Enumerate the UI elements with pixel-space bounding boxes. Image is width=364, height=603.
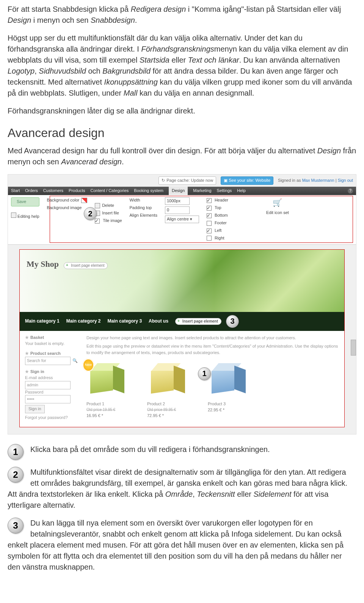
product-name: Product 2 xyxy=(147,401,196,407)
heading-advanced-design: Avancerad design xyxy=(8,124,356,142)
signin-heading: ★Sign in xyxy=(25,369,82,375)
bg-image-option[interactable]: Background image xyxy=(47,205,88,211)
new-badge-icon: New xyxy=(83,359,94,371)
scrollbar-handle[interactable] xyxy=(351,340,356,356)
callout-badge-2: 2 xyxy=(8,467,24,483)
admin-top-bar: ↻Page cache: Update now ▣ See your site:… xyxy=(8,175,356,187)
padding-input[interactable]: 0 xyxy=(165,206,190,214)
search-icon[interactable]: 🔍 xyxy=(72,358,78,364)
menu-settings[interactable]: Settings xyxy=(217,188,232,194)
nav-about[interactable]: About us xyxy=(149,318,168,324)
width-label: Width xyxy=(130,197,140,203)
shop-nav-bar: Main category 1 Main category 2 Main cat… xyxy=(20,312,344,331)
width-input[interactable]: 1000px xyxy=(165,197,190,205)
menu-marketing[interactable]: Marketing xyxy=(193,188,211,194)
note-2-block: 2 Multifunktionsfältet visar direkt de d… xyxy=(8,467,356,511)
design-screenshot: ↻Page cache: Update now ▣ See your site:… xyxy=(8,174,356,435)
header-checkbox[interactable] xyxy=(207,198,212,203)
shop-header-area[interactable]: My Shop Insert page element xyxy=(20,250,344,312)
note-3-block: 3 Du kan lägga till nya element som en ö… xyxy=(8,518,356,573)
search-input[interactable]: Search for xyxy=(25,357,71,365)
intro-paragraph-1: För att starta Snabbdesign klicka på Red… xyxy=(8,4,356,26)
forgot-password-link[interactable]: Forgot your password? xyxy=(25,415,82,421)
email-label: E-mail address xyxy=(25,375,82,381)
footer-checkbox[interactable] xyxy=(207,221,212,226)
product-price: 22.95 € * xyxy=(208,407,257,413)
design-toolbar: 2 Save Editing help Background color Bac… xyxy=(8,195,356,245)
basket-empty-text: Your basket is empty. xyxy=(25,341,82,347)
save-button[interactable]: Save xyxy=(11,197,39,206)
help-icon[interactable]: ? xyxy=(348,188,353,194)
menu-products[interactable]: Products xyxy=(69,188,85,194)
main-description-2: Edit this page using the preview or data… xyxy=(86,343,339,356)
delete-icon xyxy=(95,203,100,208)
callout-badge-1: 1 xyxy=(8,444,24,460)
menu-booking[interactable]: Booking system xyxy=(134,188,163,194)
preview-area: My Shop Insert page element Main categor… xyxy=(8,245,356,434)
right-checkbox[interactable] xyxy=(207,236,212,241)
menu-start[interactable]: Start xyxy=(11,188,20,194)
nav-cat-1[interactable]: Main category 1 xyxy=(25,318,60,324)
main-description-1: Design your home page using text and ima… xyxy=(86,335,339,341)
product-image xyxy=(208,361,246,399)
menu-orders[interactable]: Orders xyxy=(25,188,38,194)
main-menu-bar: Start Orders Customers Products Content … xyxy=(8,187,356,195)
website-icon: ▣ xyxy=(224,178,228,183)
password-label: Password xyxy=(25,389,82,395)
color-swatch-icon xyxy=(81,198,87,203)
shop-content-area[interactable]: 1 ★Basket Your basket is empty. ★Product… xyxy=(20,331,344,425)
preview-highlight-frame: My Shop Insert page element Main categor… xyxy=(19,249,345,427)
insert-page-element-nav[interactable]: Insert page element xyxy=(175,318,221,325)
nav-cat-3[interactable]: Main category 3 xyxy=(107,318,142,324)
product-card[interactable]: Product 3 22.95 € * xyxy=(208,361,257,419)
insert-file-option[interactable]: Insert file xyxy=(95,210,122,216)
page-cache-button[interactable]: ↻Page cache: Update now xyxy=(158,176,216,185)
product-grid: New Product 1 Old price 19.95 € 16.95 € … xyxy=(86,361,339,419)
editing-help-link[interactable]: Editing help xyxy=(11,213,39,220)
menu-help[interactable]: Help xyxy=(237,188,246,194)
product-card[interactable]: Product 2 Old price 89.95 € 72.95 € * xyxy=(147,361,196,419)
product-image: New xyxy=(86,361,124,399)
menu-design[interactable]: Design xyxy=(169,187,188,195)
shop-title: My Shop xyxy=(27,259,59,269)
signed-in-label: Signed in as Max Mustermann | Sign out xyxy=(278,178,353,184)
product-name: Product 1 xyxy=(86,401,136,407)
star-icon: ★ xyxy=(25,369,29,375)
sign-in-button[interactable]: Sign in xyxy=(25,405,45,413)
tile-image-option[interactable]: Tile image xyxy=(95,218,122,224)
bg-color-option[interactable]: Background color xyxy=(47,197,88,203)
edit-icon-set-link[interactable]: Edit icon set xyxy=(266,210,289,216)
bottom-checkbox[interactable] xyxy=(207,213,212,218)
align-label: Align Elements xyxy=(130,213,157,219)
callout-badge-3: 3 xyxy=(8,518,24,534)
shop-main-area: Design your home page using text and ima… xyxy=(86,335,339,421)
align-select[interactable]: Align centre ▾ xyxy=(165,216,199,223)
sign-out-link[interactable]: Sign out xyxy=(338,178,353,183)
callout-marker-3: 3 xyxy=(226,315,239,328)
intro-paragraph-3: Förhandsgranskningen låter dig se alla ä… xyxy=(8,105,356,117)
note-1-row: 1 Klicka bara på det område som du vill … xyxy=(8,444,356,460)
grid-icon xyxy=(11,213,16,218)
icon-set-icon: 🛒 xyxy=(273,197,282,208)
intro-paragraph-2: Högst upp ser du ett multifunktionsfält … xyxy=(8,33,356,99)
product-old-price: Old price 89.95 € xyxy=(147,407,196,413)
email-input[interactable]: admin xyxy=(25,381,71,389)
user-link[interactable]: Max Mustermann xyxy=(302,178,334,183)
lead-paragraph: Med Avancerad design har du full kontrol… xyxy=(8,145,356,167)
menu-content[interactable]: Content / Categories xyxy=(90,188,129,194)
tile-checkbox[interactable] xyxy=(95,219,100,224)
insert-page-element-header[interactable]: Insert page element xyxy=(64,262,108,269)
basket-heading: ★Basket xyxy=(25,335,82,341)
top-checkbox[interactable] xyxy=(207,206,212,211)
product-price: 16.95 € * xyxy=(86,413,136,419)
left-checkbox[interactable] xyxy=(207,228,212,233)
product-card[interactable]: New Product 1 Old price 19.95 € 16.95 € … xyxy=(86,361,136,419)
delete-option[interactable]: Delete xyxy=(95,203,122,209)
product-old-price: Old price 19.95 € xyxy=(86,407,136,413)
see-your-site-button[interactable]: ▣ See your site: Website xyxy=(221,176,273,185)
menu-customers[interactable]: Customers xyxy=(43,188,63,194)
password-input[interactable]: ••••• xyxy=(25,395,71,403)
product-price: 72.95 € * xyxy=(147,413,196,419)
product-image xyxy=(147,361,185,399)
nav-cat-2[interactable]: Main category 2 xyxy=(66,318,101,324)
